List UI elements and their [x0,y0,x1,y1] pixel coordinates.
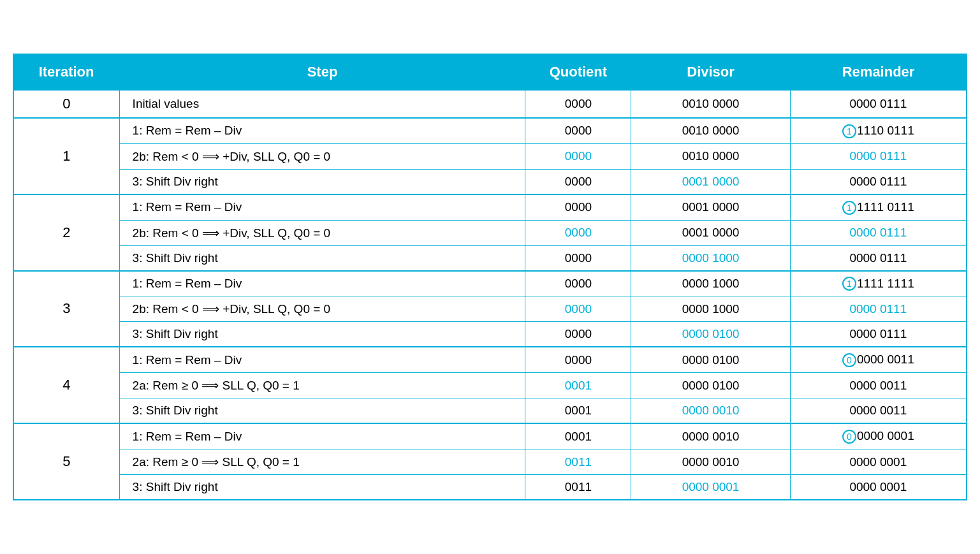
divisor-cell: 0000 0010 [631,398,790,424]
iteration-cell: 1 [13,118,119,194]
iteration-cell: 5 [13,423,119,500]
table-row: 51: Rem = Rem – Div00010000 001000000 00… [13,423,967,449]
step-cell: 3: Shift Div right [119,398,525,424]
table-row: 2b: Rem < 0 ⟹ +Div, SLL Q, Q0 = 00000000… [13,220,967,245]
circled-char: 1 [842,277,856,291]
quotient-cell: 0000 [525,118,631,143]
remainder-cell: 0000 0011 [790,373,967,398]
iteration-cell: 4 [13,347,119,423]
divisor-cell: 0000 1000 [631,245,790,271]
remainder-cell: 0000 0001 [790,475,967,500]
header-step: Step [119,54,525,90]
step-cell: 2a: Rem ≥ 0 ⟹ SLL Q, Q0 = 1 [119,449,525,475]
table-row: 3: Shift Div right00000000 10000000 0111 [13,245,967,271]
step-cell: 2b: Rem < 0 ⟹ +Div, SLL Q, Q0 = 0 [119,296,525,322]
remainder-cell: 0000 0111 [790,143,967,169]
divisor-cell: 0001 0000 [631,220,790,245]
division-table: IterationStepQuotientDivisorRemainder 0I… [13,54,967,501]
header-remainder: Remainder [790,54,967,90]
divisor-cell: 0000 0010 [631,423,790,449]
table-row: 2a: Rem ≥ 0 ⟹ SLL Q, Q0 = 100110000 0010… [13,449,967,475]
circled-char: 1 [842,201,856,215]
quotient-cell: 0000 [525,194,631,220]
step-cell: 1: Rem = Rem – Div [119,271,525,296]
remainder-text: 1110 0111 [857,124,914,137]
step-cell: 1: Rem = Rem – Div [119,423,525,449]
remainder-cell: 0000 0111 [790,169,967,194]
quotient-cell: 0000 [525,220,631,245]
divisor-cell: 0000 1000 [631,271,790,296]
table-row: 3: Shift Div right00010000 00100000 0011 [13,398,967,424]
quotient-cell: 0011 [525,449,631,475]
header-iteration: Iteration [13,54,119,90]
remainder-cell: 0000 0011 [790,398,967,424]
quotient-cell: 0001 [525,398,631,424]
table-row: 2b: Rem < 0 ⟹ +Div, SLL Q, Q0 = 00000001… [13,143,967,169]
step-cell: 1: Rem = Rem – Div [119,118,525,143]
remainder-cell: 00000 0001 [790,423,967,449]
step-cell: 3: Shift Div right [119,169,525,194]
quotient-cell: 0000 [525,245,631,271]
table-row: 41: Rem = Rem – Div00000000 010000000 00… [13,347,967,372]
header-quotient: Quotient [525,54,631,90]
remainder-cell: 00000 0011 [790,347,967,372]
divisor-cell: 0000 0100 [631,347,790,372]
step-cell: 2b: Rem < 0 ⟹ +Div, SLL Q, Q0 = 0 [119,143,525,169]
quotient-cell: 0000 [525,90,631,118]
step-cell: 3: Shift Div right [119,245,525,271]
circled-char: 0 [842,353,856,367]
divisor-cell: 0000 0001 [631,475,790,500]
remainder-text: 1111 0111 [857,200,914,214]
header-divisor: Divisor [631,54,790,90]
table-row: 2b: Rem < 0 ⟹ +Div, SLL Q, Q0 = 00000000… [13,296,967,322]
divisor-cell: 0000 0100 [631,322,790,347]
table-row: 2a: Rem ≥ 0 ⟹ SLL Q, Q0 = 100010000 0100… [13,373,967,398]
quotient-cell: 0001 [525,423,631,449]
iteration-cell: 2 [13,194,119,271]
quotient-cell: 0011 [525,475,631,500]
circled-char: 1 [842,124,856,138]
table-row: 31: Rem = Rem – Div00000000 100011111 11… [13,271,967,296]
step-cell: 1: Rem = Rem – Div [119,194,525,220]
table-row: 3: Shift Div right00110000 00010000 0001 [13,475,967,500]
step-cell: 3: Shift Div right [119,322,525,347]
remainder-cell: 0000 0111 [790,296,967,322]
table-row: 3: Shift Div right00000000 01000000 0111 [13,322,967,347]
table-row: 0Initial values00000010 00000000 0111 [13,90,967,118]
divisor-cell: 0010 0000 [631,90,790,118]
step-cell: 3: Shift Div right [119,475,525,500]
remainder-text: 0000 0001 [857,429,914,442]
quotient-cell: 0000 [525,169,631,194]
quotient-cell: 0000 [525,143,631,169]
divisor-cell: 0001 0000 [631,194,790,220]
step-cell: 1: Rem = Rem – Div [119,347,525,372]
divisor-cell: 0001 0000 [631,169,790,194]
divisor-cell: 0010 0000 [631,118,790,143]
remainder-text: 0000 0011 [857,353,914,366]
quotient-cell: 0000 [525,271,631,296]
divisor-cell: 0000 0010 [631,449,790,475]
iteration-cell: 3 [13,271,119,347]
remainder-cell: 11111 0111 [790,194,967,220]
divisor-cell: 0000 1000 [631,296,790,322]
step-cell: 2b: Rem < 0 ⟹ +Div, SLL Q, Q0 = 0 [119,220,525,245]
table-row: 11: Rem = Rem – Div00000010 000011110 01… [13,118,967,143]
remainder-cell: 0000 0111 [790,90,967,118]
remainder-cell: 11111 1111 [790,271,967,296]
quotient-cell: 0000 [525,322,631,347]
divisor-cell: 0000 0100 [631,373,790,398]
table-header: IterationStepQuotientDivisorRemainder [13,54,967,90]
remainder-cell: 0000 0001 [790,449,967,475]
iteration-cell: 0 [13,90,119,118]
quotient-cell: 0000 [525,296,631,322]
quotient-cell: 0001 [525,373,631,398]
step-cell: Initial values [119,90,525,118]
table-row: 3: Shift Div right00000001 00000000 0111 [13,169,967,194]
circled-char: 0 [842,430,856,444]
remainder-cell: 0000 0111 [790,245,967,271]
step-cell: 2a: Rem ≥ 0 ⟹ SLL Q, Q0 = 1 [119,373,525,398]
remainder-cell: 0000 0111 [790,322,967,347]
divisor-cell: 0010 0000 [631,143,790,169]
table-row: 21: Rem = Rem – Div00000001 000011111 01… [13,194,967,220]
remainder-cell: 11110 0111 [790,118,967,143]
